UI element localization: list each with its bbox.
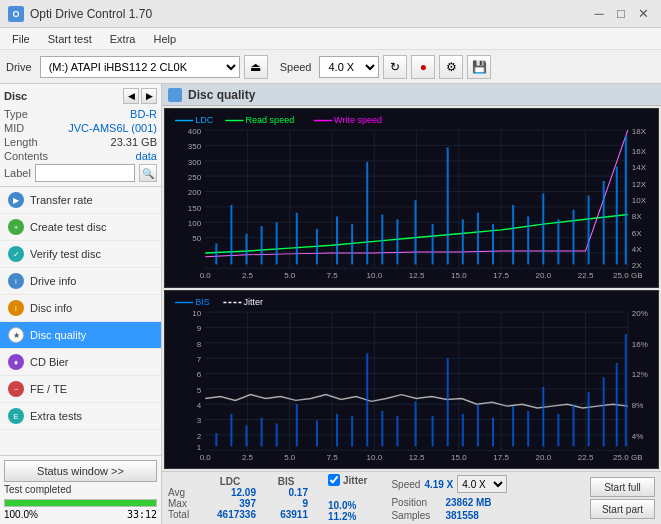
menu-help[interactable]: Help (145, 31, 184, 47)
refresh-button[interactable]: ↻ (383, 55, 407, 79)
menu-file[interactable]: File (4, 31, 38, 47)
svg-text:10.0: 10.0 (366, 271, 382, 280)
speed-select[interactable]: 4.0 X (319, 56, 379, 78)
svg-text:5.0: 5.0 (284, 271, 296, 280)
start-part-button[interactable]: Start part (590, 499, 655, 519)
svg-rect-58 (261, 226, 263, 264)
nav-item-fe-te[interactable]: ~ FE / TE (0, 376, 161, 403)
svg-rect-147 (447, 358, 449, 446)
titlebar-controls: ─ □ ✕ (589, 4, 653, 24)
bottom-chart-svg: BIS Jitter (165, 291, 658, 469)
disc-quality-icon: ★ (8, 327, 24, 343)
svg-text:25.0 GB: 25.0 GB (613, 271, 643, 280)
start-full-button[interactable]: Start full (590, 477, 655, 497)
titlebar-title: Opti Drive Control 1.70 (30, 7, 152, 21)
svg-text:3: 3 (197, 416, 202, 425)
disc-type-value: BD-R (130, 108, 157, 120)
nav-item-drive-info[interactable]: i Drive info (0, 268, 161, 295)
total-bis: 63911 (264, 509, 308, 520)
speed-label: Speed (280, 61, 312, 73)
disc-label-input[interactable] (35, 164, 135, 182)
svg-rect-153 (542, 386, 544, 445)
svg-text:Jitter: Jitter (243, 297, 263, 307)
svg-text:4%: 4% (632, 431, 644, 440)
svg-rect-148 (462, 413, 464, 446)
svg-text:16X: 16X (632, 147, 647, 156)
close-button[interactable]: ✕ (633, 4, 653, 24)
verify-test-disc-icon: ✓ (8, 246, 24, 262)
svg-text:16%: 16% (632, 339, 648, 348)
svg-rect-157 (603, 377, 605, 446)
svg-rect-60 (296, 213, 298, 265)
speed-sel[interactable]: 4.0 X (457, 475, 507, 493)
nav-item-transfer-rate[interactable]: ▶ Transfer rate (0, 187, 161, 214)
svg-rect-69 (447, 147, 449, 264)
eject-button[interactable]: ⏏ (244, 55, 268, 79)
titlebar: O Opti Drive Control 1.70 ─ □ ✕ (0, 0, 661, 28)
svg-rect-133 (215, 433, 217, 446)
create-test-disc-icon: + (8, 219, 24, 235)
maximize-button[interactable]: □ (611, 4, 631, 24)
content-area: Disc quality LDC Read speed Write speed (162, 84, 661, 524)
settings-button[interactable]: ⚙ (439, 55, 463, 79)
record-button[interactable]: ● (411, 55, 435, 79)
svg-rect-63 (351, 224, 353, 264)
svg-text:7.5: 7.5 (326, 271, 338, 280)
svg-rect-81 (625, 136, 627, 265)
chart-icon (168, 88, 182, 102)
extra-tests-icon: E (8, 408, 24, 424)
max-label: Max (168, 498, 196, 509)
svg-text:6X: 6X (632, 229, 643, 238)
chart-title: Disc quality (188, 88, 255, 102)
save-button[interactable]: 💾 (467, 55, 491, 79)
nav-item-cd-bier[interactable]: ♦ CD Bier (0, 349, 161, 376)
svg-rect-135 (245, 425, 247, 446)
svg-text:17.5: 17.5 (493, 453, 509, 462)
jitter-checkbox[interactable] (328, 474, 340, 486)
avg-ldc: 12.09 (204, 487, 256, 498)
drive-info-icon: i (8, 273, 24, 289)
svg-text:22.5: 22.5 (578, 271, 594, 280)
svg-text:5: 5 (197, 385, 202, 394)
disc-btn2[interactable]: ▶ (141, 88, 157, 104)
nav-item-create-test-disc[interactable]: + Create test disc (0, 214, 161, 241)
svg-rect-80 (616, 167, 618, 265)
disc-label-button[interactable]: 🔍 (139, 164, 157, 182)
svg-text:12X: 12X (632, 180, 647, 189)
svg-rect-150 (492, 417, 494, 446)
svg-rect-70 (462, 219, 464, 264)
drive-label: Drive (6, 61, 32, 73)
svg-rect-0 (165, 109, 658, 287)
jitter-avg: 10.0% (328, 500, 367, 511)
menu-starttest[interactable]: Start test (40, 31, 100, 47)
disc-contents-row: Contents data (4, 150, 157, 162)
svg-rect-138 (296, 404, 298, 446)
nav-items: ▶ Transfer rate + Create test disc ✓ Ver… (0, 187, 161, 430)
max-bis: 9 (264, 498, 308, 509)
svg-text:8%: 8% (632, 401, 644, 410)
menubar: File Start test Extra Help (0, 28, 661, 50)
svg-rect-134 (230, 413, 232, 446)
disc-panel: Disc ◀ ▶ Type BD-R MID JVC-AMS6L (001) L… (0, 84, 161, 187)
status-window-button[interactable]: Status window >> (4, 460, 157, 482)
svg-text:400: 400 (188, 127, 202, 136)
menu-extra[interactable]: Extra (102, 31, 144, 47)
nav-label-cd-bier: CD Bier (30, 356, 69, 368)
app-icon: O (8, 6, 24, 22)
minimize-button[interactable]: ─ (589, 4, 609, 24)
nav-item-disc-info[interactable]: i Disc info (0, 295, 161, 322)
svg-text:50: 50 (192, 235, 202, 244)
disc-btn1[interactable]: ◀ (123, 88, 139, 104)
svg-text:18X: 18X (632, 127, 647, 136)
nav-item-verify-test-disc[interactable]: ✓ Verify test disc (0, 241, 161, 268)
svg-rect-57 (245, 234, 247, 265)
svg-rect-143 (381, 410, 383, 446)
svg-text:12.5: 12.5 (409, 453, 425, 462)
svg-text:10X: 10X (632, 196, 647, 205)
drive-select[interactable]: (M:) ATAPI iHBS112 2 CL0K (40, 56, 240, 78)
nav-item-disc-quality[interactable]: ★ Disc quality (0, 322, 161, 349)
disc-length-row: Length 23.31 GB (4, 136, 157, 148)
svg-rect-82 (165, 291, 658, 469)
svg-text:LDC: LDC (195, 116, 214, 126)
nav-item-extra-tests[interactable]: E Extra tests (0, 403, 161, 430)
